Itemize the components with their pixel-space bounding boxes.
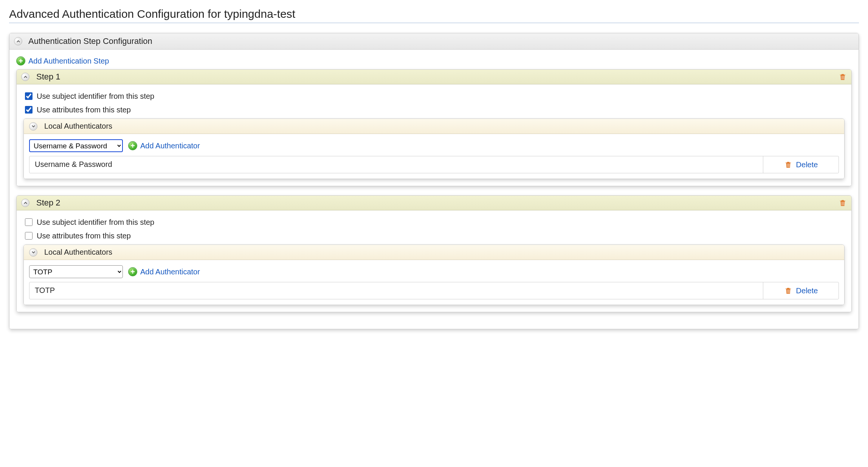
use-subject-step1-label: Use subject identifier from this step <box>37 92 154 101</box>
authenticator-name-step2: TOTP <box>29 282 763 299</box>
local-auth-title-1: Local Authenticators <box>44 122 112 131</box>
add-step-label: Add Authentication Step <box>28 57 109 65</box>
step-2-title: Step 2 <box>36 198 60 208</box>
trash-icon <box>784 286 792 295</box>
use-attributes-step1-checkbox[interactable] <box>25 106 33 114</box>
delete-label-step1: Delete <box>796 160 818 169</box>
authenticator-name-step1: Username & Password <box>29 156 763 173</box>
plus-circle-icon <box>128 267 137 276</box>
use-attributes-step1-label: Use attributes from this step <box>37 106 131 114</box>
delete-authenticator-step2-button[interactable]: Delete <box>763 282 839 299</box>
authenticator-select-step1[interactable]: Username & Password <box>29 139 123 152</box>
delete-authenticator-step1-button[interactable]: Delete <box>763 156 839 173</box>
step-1-title: Step 1 <box>36 72 60 82</box>
chevron-down-icon[interactable] <box>29 248 37 257</box>
plus-circle-icon <box>16 56 25 65</box>
use-attributes-step2-checkbox[interactable] <box>25 232 33 240</box>
step-1-header[interactable]: Step 1 <box>17 70 851 84</box>
plus-circle-icon <box>128 141 137 150</box>
local-auth-subpanel-1: Local Authenticators Username & Password… <box>23 118 845 179</box>
step-2-header[interactable]: Step 2 <box>17 196 851 210</box>
use-subject-step1-checkbox[interactable] <box>25 92 33 100</box>
step-panel-2: Step 2 Use subject identifier from this … <box>16 195 852 312</box>
delete-step-1-button[interactable] <box>839 72 847 81</box>
chevron-up-icon[interactable] <box>14 37 22 45</box>
auth-step-config-panel: Authentication Step Configuration Add Au… <box>9 33 859 329</box>
trash-icon <box>784 160 792 169</box>
divider <box>9 23 859 23</box>
local-auth-header-1[interactable]: Local Authenticators <box>24 119 844 134</box>
chevron-up-icon[interactable] <box>21 199 29 207</box>
step-panel-1: Step 1 Use subject identifier from this … <box>16 69 852 186</box>
delete-step-2-button[interactable] <box>839 198 847 207</box>
use-attributes-step2-label: Use attributes from this step <box>37 232 131 240</box>
authenticator-row-step2: TOTP Delete <box>29 282 839 299</box>
local-auth-subpanel-2: Local Authenticators TOTP Add Authentica… <box>23 244 845 305</box>
add-auth-label-2: Add Authenticator <box>140 268 200 276</box>
auth-step-config-title: Authentication Step Configuration <box>28 36 152 46</box>
add-authentication-step-link[interactable]: Add Authentication Step <box>16 56 109 65</box>
local-auth-header-2[interactable]: Local Authenticators <box>24 245 844 260</box>
local-auth-title-2: Local Authenticators <box>44 248 112 257</box>
use-subject-step2-checkbox[interactable] <box>25 218 33 226</box>
add-auth-label-1: Add Authenticator <box>140 142 200 150</box>
auth-step-config-header[interactable]: Authentication Step Configuration <box>9 33 859 50</box>
use-subject-step2-label: Use subject identifier from this step <box>37 218 154 227</box>
add-authenticator-step1-link[interactable]: Add Authenticator <box>128 141 200 150</box>
chevron-down-icon[interactable] <box>29 122 37 131</box>
authenticator-row-step1: Username & Password Delete <box>29 156 839 173</box>
add-authenticator-step2-link[interactable]: Add Authenticator <box>128 267 200 276</box>
page-title: Advanced Authentication Configuration fo… <box>9 8 859 20</box>
delete-label-step2: Delete <box>796 286 818 295</box>
authenticator-select-step2[interactable]: TOTP <box>29 265 123 278</box>
chevron-up-icon[interactable] <box>21 73 29 81</box>
